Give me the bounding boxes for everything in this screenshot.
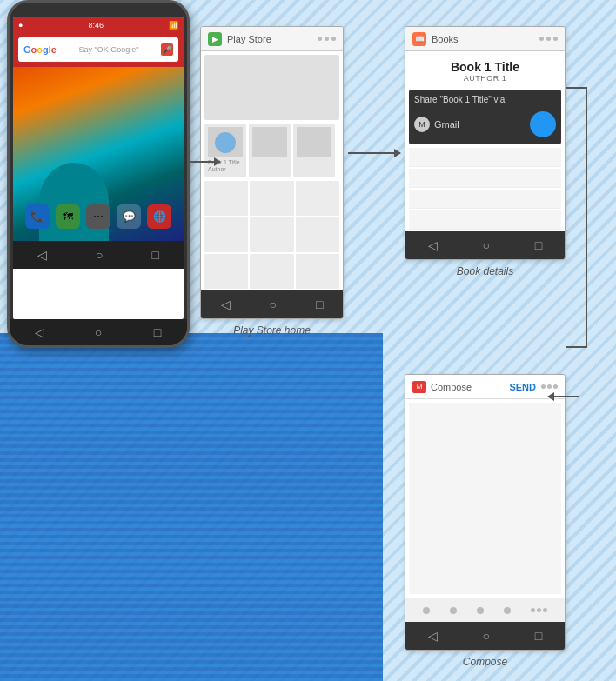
arrow-to-compose — [548, 396, 579, 397]
footer-dot-1 — [423, 607, 430, 614]
hardware-back-btn[interactable]: ◁ — [30, 324, 48, 341]
dot2 — [325, 37, 329, 41]
connector-bracket — [566, 87, 587, 348]
share-fab-button[interactable] — [530, 111, 556, 137]
gmail-icon: M — [414, 117, 430, 132]
footer-menu — [531, 608, 547, 612]
playstore-app-icon: ▶ — [208, 32, 222, 46]
playstore-title: Play Store — [227, 34, 312, 44]
grid-cell-7 — [204, 254, 248, 289]
bookdetails-wireframe: 📖 Books Book 1 Title AUTHOR 1 Share "Boo… — [405, 26, 566, 277]
share-sheet: Share "Book 1 Title" via M Gmail — [409, 90, 561, 144]
android-wallpaper: 📞 🗺 ⋯ 💬 🌐 — [13, 67, 184, 241]
maps-icon[interactable]: 🗺 — [56, 204, 80, 229]
grid-cell-8 — [250, 254, 293, 289]
send-button[interactable]: SEND — [509, 382, 536, 392]
bd-nav-recents[interactable]: □ — [535, 238, 542, 252]
hardware-home-btn[interactable]: ○ — [90, 324, 107, 341]
compose-wireframe: M Compose SEND — [405, 374, 566, 668]
playstore-titlebar: ▶ Play Store — [201, 27, 343, 51]
phone-icon[interactable]: 📞 — [25, 204, 50, 229]
c-nav-home[interactable]: ○ — [483, 629, 490, 643]
google-logo: Google — [23, 44, 57, 55]
signal-icon: 📶 — [169, 21, 178, 30]
bookdetails-menu-dots — [539, 37, 558, 41]
chrome-icon[interactable]: 🌐 — [147, 204, 171, 229]
mic-icon[interactable]: 🎤 — [161, 43, 173, 56]
wireframe-area: ▶ Play Store Book 1 Title Author — [200, 17, 607, 672]
grid-cell-5 — [250, 217, 293, 252]
compose-titlebar: M Compose SEND — [405, 375, 565, 399]
book-thumb-1[interactable]: Book 1 Title Author — [204, 124, 246, 177]
phone-outer-frame: ● 8:46 📶 Google Say "OK Google" 🎤 — [7, 0, 190, 348]
c-nav-recents[interactable]: □ — [535, 629, 542, 643]
bookdetails-titlebar: 📖 Books — [405, 27, 565, 51]
nav-recents[interactable]: □ — [152, 248, 159, 262]
bd-nav-home[interactable]: ○ — [483, 238, 490, 252]
ps-nav-home[interactable]: ○ — [270, 297, 277, 311]
status-right-icons: 📶 — [169, 21, 178, 30]
grid-row-3 — [204, 254, 339, 289]
list-item-3 — [409, 190, 561, 209]
grid-cell-1 — [204, 181, 248, 216]
book-thumb-img-1 — [208, 127, 243, 157]
footer-dot-2 — [450, 607, 457, 614]
book-thumb-3[interactable] — [293, 124, 335, 177]
book-detail-title: Book 1 Title — [412, 60, 558, 74]
grid-cell-4 — [204, 217, 248, 252]
google-search-field[interactable]: Google Say "OK Google" 🎤 — [18, 37, 178, 62]
bd-dot2 — [546, 37, 551, 41]
share-gmail-row[interactable]: M Gmail — [414, 110, 556, 139]
share-gmail-app: M Gmail — [414, 117, 459, 132]
list-item-4 — [409, 210, 561, 230]
compose-body[interactable] — [409, 403, 561, 594]
apps-icon[interactable]: ⋯ — [86, 204, 110, 229]
book-thumb-author-1: Author — [208, 166, 243, 173]
ps-nav-back[interactable]: ◁ — [221, 297, 231, 311]
compose-title-label: Compose — [431, 382, 472, 392]
status-time: 8:46 — [88, 21, 104, 30]
compose-nav-bar: ◁ ○ □ — [405, 622, 565, 650]
screen-nav-bar: ◁ ○ □ — [13, 241, 184, 269]
book-thumb-img-3 — [297, 127, 331, 157]
playstore-banner — [204, 55, 339, 120]
compose-footer — [405, 598, 565, 622]
hardware-recents-btn[interactable]: □ — [149, 324, 166, 341]
compose-gmail-icon: M — [412, 381, 426, 393]
book-thumb-2[interactable] — [249, 124, 291, 177]
grid-cell-9 — [296, 254, 339, 289]
grid-cell-2 — [250, 181, 293, 216]
bd-dot3 — [553, 37, 558, 41]
grid-cell-3 — [296, 181, 339, 216]
grid-cell-6 — [296, 217, 339, 252]
compose-caption: Compose — [405, 656, 566, 668]
nav-back[interactable]: ◁ — [37, 248, 47, 262]
search-hint: Say "OK Google" — [79, 45, 139, 54]
arrow-left-head — [547, 392, 554, 401]
status-bar: ● 8:46 📶 — [13, 17, 184, 34]
fm-dot1 — [531, 608, 535, 612]
messages-icon[interactable]: 💬 — [117, 204, 141, 229]
footer-dot-3 — [477, 607, 484, 614]
ps-nav-recents[interactable]: □ — [316, 297, 323, 311]
arrow-playstore-to-bookdetails — [348, 152, 400, 154]
playstore-menu-dots — [318, 37, 336, 41]
bookdetails-caption: Book details — [405, 265, 566, 277]
phone-device-mockup: ● 8:46 📶 Google Say "OK Google" 🎤 — [7, 0, 190, 348]
gmail-label: Gmail — [434, 119, 459, 130]
cm-dot1 — [541, 384, 546, 389]
bd-nav-back[interactable]: ◁ — [428, 238, 438, 252]
c-nav-back[interactable]: ◁ — [428, 629, 438, 643]
playstore-book-row: Book 1 Title Author — [204, 124, 339, 177]
phone-hardware-nav: ◁ ○ □ — [10, 319, 187, 345]
compose-menu — [541, 384, 558, 389]
cm-dot2 — [547, 384, 552, 389]
dot3 — [331, 37, 336, 41]
bookdetails-phone-frame: 📖 Books Book 1 Title AUTHOR 1 Share "Boo… — [405, 26, 566, 260]
phone-screen: ● 8:46 📶 Google Say "OK Google" 🎤 — [13, 17, 184, 319]
share-title: Share "Book 1 Title" via — [414, 95, 556, 104]
book-title-section: Book 1 Title AUTHOR 1 — [405, 51, 565, 86]
bookdetails-nav-bar: ◁ ○ □ — [405, 231, 565, 259]
google-search-bar[interactable]: Google Say "OK Google" 🎤 — [13, 34, 184, 67]
nav-home[interactable]: ○ — [96, 248, 103, 262]
